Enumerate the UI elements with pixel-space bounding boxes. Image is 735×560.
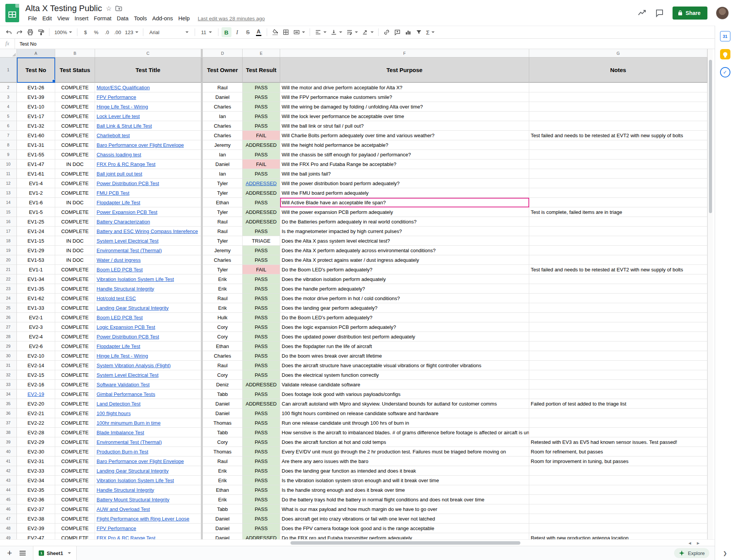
cell-test-no[interactable]: EV2-21	[17, 409, 55, 418]
cell-test-title[interactable]: Water / dust ingress	[95, 255, 201, 265]
cell-test-status[interactable]: COMPLETE	[55, 322, 95, 332]
test-title-link[interactable]: Battery Characterization	[97, 219, 150, 225]
menu-format[interactable]: Format	[91, 15, 114, 22]
increase-decimal-button[interactable]: .00	[113, 27, 123, 37]
cell-test-result[interactable]: FAIL	[243, 131, 280, 140]
cell-test-owner[interactable]: Ethan	[203, 198, 243, 207]
cell-test-purpose[interactable]: Does the updated power distribution test…	[280, 332, 529, 342]
cell-test-status[interactable]: COMPLETE	[55, 284, 95, 294]
cell-test-purpose[interactable]: Will the FMU board perform adequately	[280, 188, 529, 198]
horizontal-align-button[interactable]	[313, 27, 328, 37]
cell-test-no[interactable]: EV2-14	[17, 361, 55, 370]
cell-test-owner[interactable]: Raul	[203, 217, 243, 227]
cell-test-title[interactable]: Charliebolt test	[95, 131, 201, 140]
cell-notes[interactable]: Test failed and needs to be retested at …	[529, 131, 707, 140]
cell-test-result[interactable]: ADDRESSED	[243, 380, 280, 389]
cell-test-no[interactable]: EV2-29	[17, 437, 55, 447]
cell-test-result[interactable]: PASS	[243, 342, 280, 351]
cell-test-purpose[interactable]: Does the Alta X perform adequately acros…	[280, 246, 529, 255]
cell-test-status[interactable]: COMPLETE	[55, 102, 95, 112]
test-title-link[interactable]: FRX Pro & RC Range Test	[97, 161, 156, 167]
cell-test-result[interactable]: PASS	[243, 150, 280, 159]
cell-test-owner[interactable]: Erik	[203, 495, 243, 504]
cell-test-title[interactable]: Flight Performance with Ring Lever Loose	[95, 514, 201, 524]
cell-test-purpose[interactable]: Does the logic expansion PCB perform ade…	[280, 322, 529, 332]
cell-test-title[interactable]: FRX Pro & RC Range Test	[95, 159, 201, 169]
cell-test-result[interactable]: PASS	[243, 112, 280, 121]
test-title-link[interactable]: Flight Performance with Ring Lever Loose	[97, 516, 189, 522]
cell-test-result[interactable]: ADDRESSED	[243, 533, 280, 539]
cell-test-owner[interactable]: Erik	[203, 284, 243, 294]
cell-test-title[interactable]: FPV Performance	[95, 524, 201, 533]
cell-test-status[interactable]: COMPLETE	[55, 457, 95, 466]
cell-test-status[interactable]: COMPLETE	[55, 207, 95, 217]
cell-test-result[interactable]: FAIL	[243, 159, 280, 169]
cell-test-owner[interactable]: Tabb	[203, 389, 243, 399]
row-number[interactable]: 44	[0, 485, 17, 495]
row-number[interactable]: 45	[0, 495, 17, 504]
menu-tools[interactable]: Tools	[131, 15, 149, 22]
cell-notes[interactable]: Test failed and needs to be retested at …	[529, 265, 707, 274]
cell-d1[interactable]: Test Owner	[203, 57, 243, 83]
cell-test-purpose[interactable]: Will the wiring be damaged by folding / …	[280, 102, 529, 112]
cell-notes[interactable]	[529, 485, 707, 495]
cell-test-no[interactable]: EV1-24	[17, 227, 55, 236]
cell-test-status[interactable]: COMPLETE	[55, 303, 95, 313]
row-number[interactable]: 16	[0, 217, 17, 227]
cell-test-no[interactable]: EV1-26	[17, 83, 55, 92]
cell-test-no[interactable]: EV2-4	[17, 332, 55, 342]
cell-test-title[interactable]: 100hr minumum Burn in time	[95, 418, 201, 428]
cell-test-purpose-collaborator-cursor[interactable]: Will Active Blade have an acceptable lif…	[280, 198, 529, 207]
cell-test-status[interactable]: COMPLETE	[55, 92, 95, 102]
cell-test-purpose[interactable]: 100 flight hours combined on release can…	[280, 409, 529, 418]
test-title-link[interactable]: Hot/cold test ESC	[97, 296, 136, 301]
cell-test-owner[interactable]: Raul	[203, 361, 243, 370]
cell-test-result[interactable]: PASS	[243, 83, 280, 92]
cell-test-purpose[interactable]: Can aircraft autoland with Mpro and skyv…	[280, 399, 529, 409]
column-header-d[interactable]: D	[203, 49, 243, 57]
row-number[interactable]: 12	[0, 179, 17, 188]
cell-test-owner[interactable]: Ian	[203, 169, 243, 179]
cell-notes[interactable]	[529, 227, 707, 236]
cell-test-status[interactable]: COMPLETE	[55, 169, 95, 179]
cell-notes[interactable]	[529, 351, 707, 361]
test-title-link[interactable]: Environmental Test (Thermal)	[97, 439, 162, 445]
cell-test-result[interactable]: PASS	[243, 246, 280, 255]
cell-test-result[interactable]: PASS	[243, 389, 280, 399]
cell-test-owner[interactable]: Ian	[203, 112, 243, 121]
text-rotation-button[interactable]	[360, 27, 375, 37]
fill-color-button[interactable]	[270, 27, 280, 37]
cell-test-result[interactable]: ADDRESSED	[243, 399, 280, 409]
format-currency-button[interactable]: $	[80, 27, 90, 37]
test-title-link[interactable]: FMU PCB Test	[97, 190, 130, 196]
cell-notes[interactable]	[529, 198, 707, 207]
test-title-link[interactable]: Hinge Life Test - Wiring	[97, 104, 148, 110]
row-number[interactable]: 1	[0, 57, 17, 83]
cell-test-status[interactable]: COMPLETE	[55, 313, 95, 322]
cell-b1[interactable]: Test Status	[55, 57, 95, 83]
column-header-f[interactable]: F	[280, 49, 529, 57]
cell-c1[interactable]: Test Title	[95, 57, 201, 83]
cell-test-no[interactable]: EV2-34	[17, 476, 55, 485]
cell-test-purpose[interactable]: Will the lock lever performance be accep…	[280, 112, 529, 121]
cell-test-status[interactable]: COMPLETE	[55, 83, 95, 92]
cell-test-result[interactable]: FAIL	[243, 265, 280, 274]
cell-test-title[interactable]: System Vibration Analysis (Flight)	[95, 361, 201, 370]
cell-test-title[interactable]: Vibration Isolation System Life Test	[95, 274, 201, 284]
row-number[interactable]: 4	[0, 102, 17, 112]
cell-test-owner[interactable]: Tyler	[203, 188, 243, 198]
cell-test-no[interactable]: EV1-60	[17, 131, 55, 140]
test-title-link[interactable]: Charliebolt test	[97, 133, 130, 138]
move-folder-icon[interactable]	[115, 6, 122, 11]
cell-test-status[interactable]: COMPLETE	[55, 409, 95, 418]
test-title-link[interactable]: Hinge Life Test - Wiring	[97, 353, 148, 359]
scroll-left-arrow[interactable]: ◀	[687, 540, 692, 545]
cell-test-no[interactable]: EV2-36	[17, 495, 55, 504]
cell-test-no[interactable]: EV1-34	[17, 274, 55, 284]
cell-test-purpose[interactable]: Will the height hold performance be acce…	[280, 140, 529, 150]
cell-test-title[interactable]: Vibration Isolation System Life Test	[95, 476, 201, 485]
cell-test-title[interactable]: Power Distribution PCB Test	[95, 332, 201, 342]
cell-test-purpose[interactable]: Does the motor drive perform in hot / co…	[280, 294, 529, 303]
cell-test-status[interactable]: COMPLETE	[55, 514, 95, 524]
undo-button[interactable]	[4, 27, 14, 37]
